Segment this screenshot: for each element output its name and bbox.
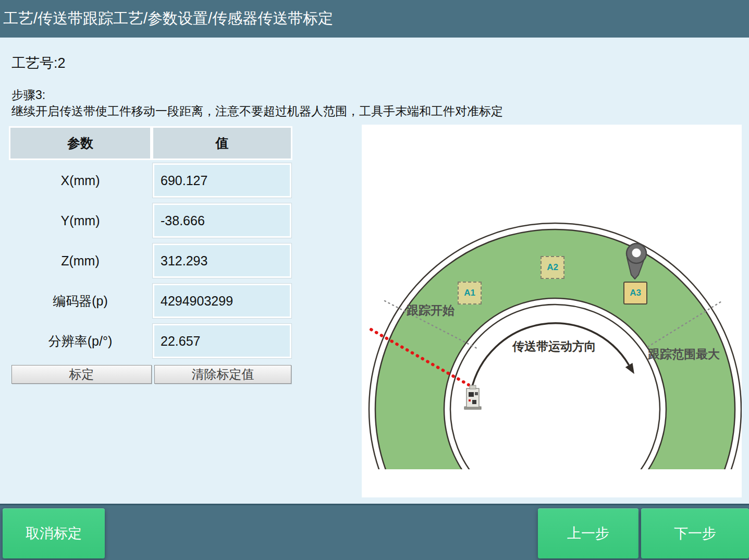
track-range-max-label: 跟踪范围最大 (648, 346, 720, 362)
zone-a3-box: A3 (623, 282, 647, 305)
next-step-button[interactable]: 下一步 (641, 508, 749, 558)
breadcrumb-bar: 工艺/传送带跟踪工艺/参数设置/传感器传送带标定 (0, 0, 749, 38)
column-header-param: 参数 (9, 126, 152, 160)
cancel-calibration-button[interactable]: 取消标定 (3, 508, 105, 558)
zone-a1-box: A1 (458, 282, 482, 305)
param-value-z[interactable]: 312.293 (153, 244, 291, 278)
column-header-value: 值 (152, 126, 292, 160)
param-value-y[interactable]: -38.666 (153, 203, 291, 238)
param-label-z: Z(mm) (10, 244, 150, 278)
step-title: 步骤3: (11, 87, 45, 103)
param-label-encoder: 编码器(p) (10, 284, 150, 318)
previous-step-button[interactable]: 上一步 (538, 508, 639, 558)
belt-direction-label: 传送带运动方向 (512, 338, 596, 355)
clear-calibration-button[interactable]: 清除标定值 (154, 365, 291, 384)
bottom-action-bar: 取消标定 上一步 下一步 (0, 504, 749, 560)
conveyor-diagram-panel: 跟踪开始 传送带运动方向 跟踪范围最大 A1 A2 A3 (362, 125, 742, 497)
param-value-resolution[interactable]: 22.657 (153, 324, 291, 358)
calibrate-button[interactable]: 标定 (11, 365, 152, 384)
step-instruction: 继续开启传送带使工件移动一段距离，注意不要超过机器人范围，工具手末端和工件对准标… (11, 103, 503, 119)
param-value-encoder[interactable]: 4294903299 (153, 284, 291, 318)
robot-icon (464, 385, 481, 409)
param-label-x: X(mm) (10, 163, 150, 198)
param-label-resolution: 分辨率(p/°) (10, 324, 150, 358)
zone-a2-box: A2 (541, 256, 564, 279)
param-value-x[interactable]: 690.127 (153, 163, 291, 198)
process-number: 工艺号:2 (11, 54, 66, 72)
param-label-y: Y(mm) (10, 203, 150, 238)
track-start-label: 跟踪开始 (407, 302, 455, 319)
app-window: 工艺/传送带跟踪工艺/参数设置/传感器传送带标定 工艺号:2 步骤3: 继续开启… (0, 0, 749, 560)
breadcrumb: 工艺/传送带跟踪工艺/参数设置/传感器传送带标定 (3, 8, 333, 29)
